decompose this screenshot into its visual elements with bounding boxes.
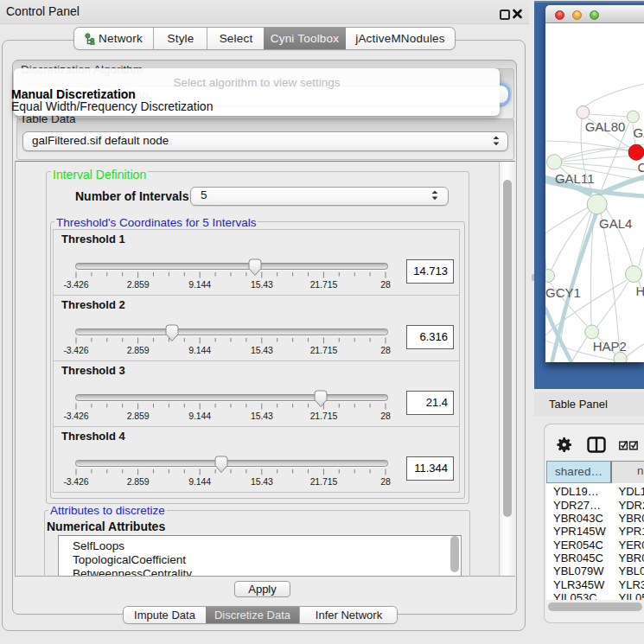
svg-text:GCY1: GCY1 bbox=[545, 285, 581, 300]
svg-text:GAL11: GAL11 bbox=[555, 171, 595, 186]
svg-text:C…: C… bbox=[638, 160, 644, 175]
svg-text:GAL…: GAL… bbox=[634, 125, 644, 140]
svg-text:GAL4: GAL4 bbox=[599, 216, 632, 231]
svg-text:H: H bbox=[636, 284, 644, 298]
svg-text:HAP2: HAP2 bbox=[593, 339, 627, 354]
svg-text:GAL80: GAL80 bbox=[585, 119, 626, 134]
